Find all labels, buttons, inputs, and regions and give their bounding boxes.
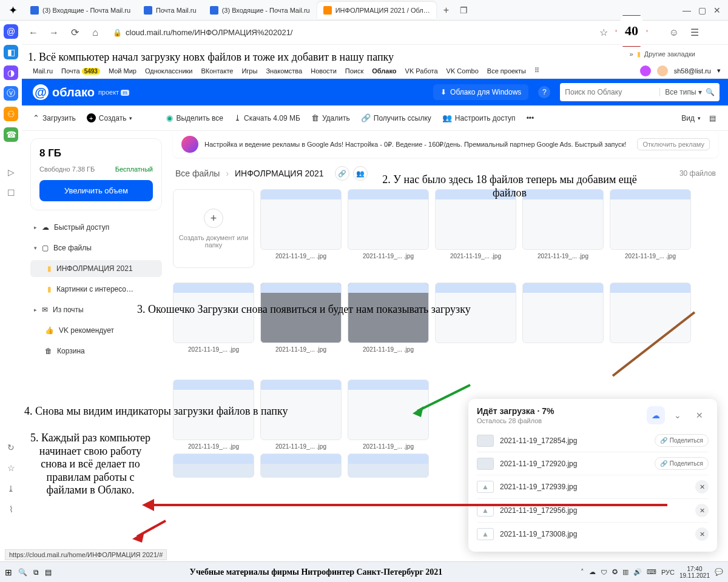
os-download-icon[interactable]: ⤓ (4, 481, 18, 496)
nav-reload[interactable]: ⟳ (68, 26, 81, 39)
task-view-icon[interactable]: ⧉ (33, 568, 39, 577)
topbar-pochta[interactable]: Почта 5493 (61, 67, 100, 75)
tray-battery-icon[interactable]: ▥ (622, 568, 629, 576)
view-button[interactable]: Вид▾ (681, 114, 701, 122)
cancel-upload-button[interactable]: ✕ (695, 527, 709, 541)
file-tile[interactable] (260, 453, 342, 478)
profile-icon[interactable]: ☺ (667, 26, 681, 39)
nav-back[interactable]: ← (27, 26, 40, 39)
nav-forward[interactable]: → (47, 26, 61, 39)
bookmark-more[interactable]: » (630, 50, 633, 58)
file-tile[interactable]: 2021-11-19_... .jpg (260, 189, 342, 268)
os-icon-4[interactable]: ⓥ (4, 86, 18, 101)
tray-keyboard-icon[interactable]: ⌨ (647, 568, 656, 576)
file-tile[interactable]: 2021-11-19_... .jpg (173, 283, 254, 353)
select-all-button[interactable]: ◉Выделить все (166, 113, 223, 122)
user-dropdown-icon[interactable]: ▾ (717, 67, 721, 75)
crumb-link-icon[interactable]: 🔗 (335, 166, 349, 181)
file-tile[interactable] (435, 283, 516, 353)
topbar-cloud[interactable]: Облако (372, 67, 396, 75)
get-link-button[interactable]: 🔗Получить ссылку (361, 113, 431, 122)
os-link-icon[interactable]: ⌇ (4, 502, 18, 517)
tree-trash[interactable]: 🗑Корзина (30, 343, 162, 360)
topbar-vk[interactable]: ВКонтакте (201, 67, 233, 75)
file-tile[interactable]: 2021-11-19_... .jpg (522, 189, 604, 268)
help-button[interactable]: ? (538, 86, 550, 98)
create-tile[interactable]: +Создать документ или папку (173, 189, 254, 268)
upload-collapse-icon[interactable]: ⌄ (669, 406, 687, 424)
avatar-1[interactable] (640, 65, 651, 76)
other-bookmarks[interactable]: Другие закладки (644, 50, 695, 58)
window-close[interactable]: ✕ (713, 5, 721, 15)
crumb-share-icon[interactable]: 👥 (353, 166, 368, 181)
browser-tab-1[interactable]: Почта Mail.ru (138, 2, 203, 19)
file-tile[interactable]: 2021-11-19_... .jpg (348, 189, 429, 268)
search-input[interactable] (565, 88, 656, 96)
cancel-upload-button[interactable]: ✕ (695, 504, 709, 517)
layout-icon[interactable]: ▤ (709, 114, 716, 122)
os-icon-play[interactable]: ▷ (4, 165, 18, 179)
cloud-logo[interactable]: @ облако проект m (33, 84, 129, 100)
file-tile[interactable]: 2021-11-19_... .jpg (348, 283, 429, 353)
topbar-search[interactable]: Поиск (345, 67, 363, 75)
window-maximize[interactable]: ▢ (698, 5, 706, 15)
os-icon-5[interactable]: ⚇ (4, 107, 18, 121)
topbar-vkcombo[interactable]: VK Combo (447, 67, 479, 75)
tray-shield-icon[interactable]: 🛡 (601, 569, 607, 576)
os-icon-3[interactable]: ◑ (4, 65, 18, 80)
topbar-apps-icon[interactable]: ⠿ (534, 67, 538, 75)
topbar-ok[interactable]: Одноклассники (145, 67, 193, 75)
download-button[interactable]: ⤓Скачать 4.09 МБ (234, 113, 300, 122)
task-app-icon[interactable]: ▤ (45, 568, 52, 577)
tree-vk[interactable]: 👍VK рекомендует (30, 322, 162, 339)
file-tile[interactable]: 2021-11-19_... .jpg (610, 189, 691, 268)
topbar-mailru[interactable]: Mail.ru (33, 67, 53, 75)
os-star-icon[interactable]: ☆ (4, 461, 18, 475)
topbar-moimir[interactable]: Мой Мир (109, 67, 136, 75)
tray-volume-icon[interactable]: 🔊 (633, 568, 642, 576)
menu-icon[interactable]: ☰ (688, 26, 701, 39)
browser-tab-2[interactable]: (3) Входящие - Почта Mail.ru (204, 2, 316, 19)
enlarge-storage-button[interactable]: Увеличить объем (39, 180, 153, 201)
user-email[interactable]: sh58@list.ru (674, 67, 711, 75)
search-box[interactable]: Все типы ▾ 🔍 (560, 83, 720, 101)
os-icon-chat[interactable]: ☐ (4, 186, 18, 200)
storage-plan[interactable]: Бесплатный (115, 166, 153, 173)
tray-up-icon[interactable]: ˄ (581, 568, 584, 576)
start-button[interactable]: ⊞ (5, 567, 12, 577)
tray-clock[interactable]: 17:4019.11.2021 (679, 566, 710, 579)
ad-disable-button[interactable]: Отключить рекламу (637, 138, 710, 150)
topbar-dating[interactable]: Знакомства (266, 67, 302, 75)
url-input[interactable]: 🔒 cloud.mail.ru/home/ИНФОЛРМАЦИЯ%202021/ (109, 28, 590, 37)
topbar-vkwork[interactable]: VK Работа (405, 67, 438, 75)
upload-button[interactable]: ⌃Загрузить (33, 113, 76, 122)
nav-home[interactable]: ⌂ (89, 26, 102, 39)
topbar-all[interactable]: Все проекты (487, 67, 526, 75)
file-tile[interactable] (522, 283, 604, 353)
tree-folder-2[interactable]: ▮Картинки с интересо… (30, 281, 162, 298)
search-icon[interactable]: 🔍 (706, 88, 715, 96)
search-types-dropdown[interactable]: Все типы ▾ (659, 88, 702, 96)
os-icon-2[interactable]: ◧ (4, 45, 18, 59)
topbar-news[interactable]: Новости (311, 67, 337, 75)
browser-tab-3[interactable]: ИНФОЛРМАЦИЯ 2021 / Обл… (317, 2, 436, 19)
tray-lang[interactable]: РУС (661, 569, 675, 576)
topbar-games[interactable]: Игры (241, 67, 257, 75)
file-tile[interactable] (173, 453, 254, 478)
tray-notification-icon[interactable]: 💬 (715, 568, 723, 576)
avatar-2[interactable] (657, 65, 668, 76)
tray-weather-icon[interactable]: ☁ (589, 568, 596, 576)
os-icon-6[interactable]: ☎ (4, 127, 18, 142)
delete-button[interactable]: 🗑Удалить (311, 113, 350, 122)
upload-close-icon[interactable]: ✕ (690, 406, 709, 424)
access-button[interactable]: 👥Настроить доступ (442, 113, 516, 122)
file-tile[interactable] (348, 453, 429, 478)
new-tab-button[interactable]: + (437, 5, 455, 16)
share-button[interactable]: 🔗 Поделиться (655, 457, 709, 470)
tray-app-icon[interactable]: ✪ (612, 568, 618, 576)
file-tile[interactable]: 2021-11-19_... .jpg (260, 283, 342, 353)
task-search-icon[interactable]: 🔍 (18, 568, 27, 577)
tab-overview-icon[interactable]: ❐ (456, 5, 471, 15)
crumb-root[interactable]: Все файлы (175, 169, 220, 178)
create-button[interactable]: +Создать▾ (87, 113, 133, 122)
